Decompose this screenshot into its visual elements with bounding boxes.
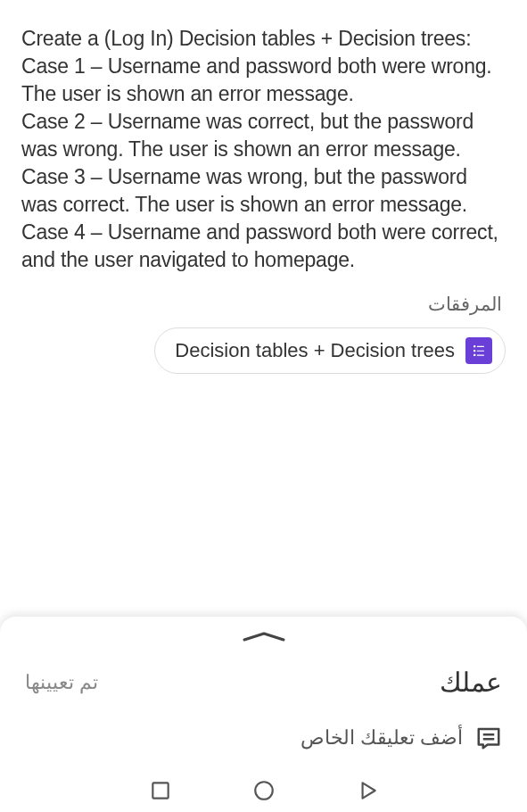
svg-rect-5 <box>477 355 484 356</box>
nav-back-button[interactable] <box>356 779 379 802</box>
attachment-container: Decision tables + Decision trees <box>21 327 506 374</box>
attachments-label: المرفقات <box>21 294 506 315</box>
sheet-handle[interactable] <box>25 631 502 643</box>
svg-rect-8 <box>152 783 168 798</box>
assignment-status: تم تعيينها <box>25 671 98 694</box>
svg-rect-1 <box>477 346 484 347</box>
navigation-bar <box>0 769 527 812</box>
content-area: Create a (Log In) Decision tables + Deci… <box>0 0 527 374</box>
svg-point-9 <box>255 782 273 800</box>
attachment-chip[interactable]: Decision tables + Decision trees <box>154 327 506 374</box>
add-comment-row[interactable]: أضف تعليقك الخاص <box>25 725 502 751</box>
your-work-title: عملك <box>440 667 502 698</box>
comment-prompt: أضف تعليقك الخاص <box>301 726 463 750</box>
nav-recent-button[interactable] <box>149 779 172 802</box>
svg-rect-2 <box>473 350 475 352</box>
svg-rect-4 <box>473 354 475 356</box>
svg-rect-3 <box>477 351 484 352</box>
nav-home-button[interactable] <box>252 779 276 802</box>
bottom-sheet[interactable]: تم تعيينها عملك أضف تعليقك الخاص <box>0 617 527 769</box>
comment-icon <box>475 725 502 751</box>
attachment-name: Decision tables + Decision trees <box>175 339 455 362</box>
svg-rect-0 <box>473 345 475 347</box>
sheet-header-row: تم تعيينها عملك <box>25 667 502 698</box>
form-icon <box>465 337 492 364</box>
task-description: Create a (Log In) Decision tables + Deci… <box>21 25 506 274</box>
